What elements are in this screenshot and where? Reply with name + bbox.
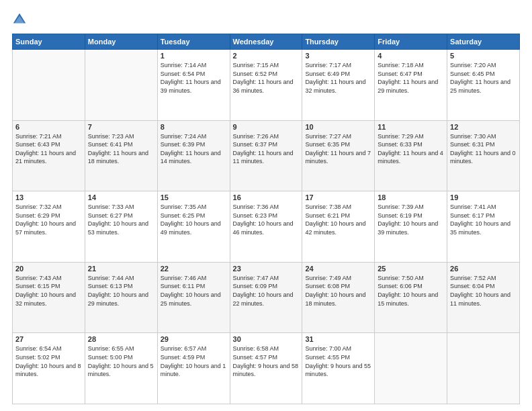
day-number: 16 bbox=[233, 193, 300, 201]
week-row-2: 6Sunrise: 7:21 AM Sunset: 6:43 PM Daylig… bbox=[13, 120, 520, 191]
day-number: 24 bbox=[305, 265, 371, 273]
calendar-cell: 2Sunrise: 7:15 AM Sunset: 6:52 PM Daylig… bbox=[230, 50, 302, 121]
day-number: 11 bbox=[378, 123, 444, 131]
day-info: Sunrise: 7:38 AM Sunset: 6:21 PM Dayligh… bbox=[305, 203, 371, 236]
day-info: Sunrise: 7:36 AM Sunset: 6:23 PM Dayligh… bbox=[233, 203, 300, 236]
day-number: 7 bbox=[88, 123, 154, 131]
day-info: Sunrise: 7:52 AM Sunset: 6:04 PM Dayligh… bbox=[450, 274, 517, 308]
calendar-cell bbox=[85, 50, 157, 121]
day-number: 17 bbox=[305, 193, 371, 201]
day-header-wednesday: Wednesday bbox=[230, 34, 302, 50]
day-info: Sunrise: 7:32 AM Sunset: 6:29 PM Dayligh… bbox=[15, 203, 82, 236]
day-number: 10 bbox=[305, 123, 371, 131]
day-info: Sunrise: 7:35 AM Sunset: 6:25 PM Dayligh… bbox=[161, 203, 227, 236]
calendar-cell: 10Sunrise: 7:27 AM Sunset: 6:35 PM Dayli… bbox=[302, 120, 375, 191]
day-number: 22 bbox=[161, 265, 227, 273]
day-number: 1 bbox=[161, 52, 227, 60]
day-info: Sunrise: 6:54 AM Sunset: 5:02 PM Dayligh… bbox=[15, 345, 82, 378]
day-number: 23 bbox=[233, 265, 300, 273]
day-info: Sunrise: 7:44 AM Sunset: 6:13 PM Dayligh… bbox=[88, 274, 154, 308]
day-number: 12 bbox=[450, 123, 517, 131]
day-number: 27 bbox=[15, 335, 82, 343]
day-number: 29 bbox=[161, 335, 227, 343]
calendar-cell: 20Sunrise: 7:43 AM Sunset: 6:15 PM Dayli… bbox=[13, 262, 85, 333]
calendar-cell: 22Sunrise: 7:46 AM Sunset: 6:11 PM Dayli… bbox=[157, 262, 230, 333]
calendar-cell: 19Sunrise: 7:41 AM Sunset: 6:17 PM Dayli… bbox=[447, 191, 520, 263]
calendar-cell: 5Sunrise: 7:20 AM Sunset: 6:45 PM Daylig… bbox=[447, 50, 520, 121]
day-info: Sunrise: 7:39 AM Sunset: 6:19 PM Dayligh… bbox=[378, 203, 444, 236]
day-info: Sunrise: 7:49 AM Sunset: 6:08 PM Dayligh… bbox=[305, 274, 371, 308]
day-info: Sunrise: 6:58 AM Sunset: 4:57 PM Dayligh… bbox=[233, 345, 300, 378]
week-row-1: 1Sunrise: 7:14 AM Sunset: 6:54 PM Daylig… bbox=[13, 50, 520, 121]
day-info: Sunrise: 7:00 AM Sunset: 4:55 PM Dayligh… bbox=[305, 345, 371, 378]
day-info: Sunrise: 7:17 AM Sunset: 6:49 PM Dayligh… bbox=[305, 61, 371, 95]
day-number: 9 bbox=[233, 123, 300, 131]
day-number: 19 bbox=[450, 193, 517, 201]
day-info: Sunrise: 7:14 AM Sunset: 6:54 PM Dayligh… bbox=[161, 61, 227, 95]
calendar-cell: 24Sunrise: 7:49 AM Sunset: 6:08 PM Dayli… bbox=[302, 262, 375, 333]
week-row-3: 13Sunrise: 7:32 AM Sunset: 6:29 PM Dayli… bbox=[13, 191, 520, 263]
day-info: Sunrise: 7:20 AM Sunset: 6:45 PM Dayligh… bbox=[450, 61, 517, 95]
day-info: Sunrise: 7:26 AM Sunset: 6:37 PM Dayligh… bbox=[233, 132, 300, 166]
calendar-cell: 28Sunrise: 6:55 AM Sunset: 5:00 PM Dayli… bbox=[85, 333, 157, 404]
day-info: Sunrise: 7:29 AM Sunset: 6:33 PM Dayligh… bbox=[378, 132, 444, 166]
week-row-4: 20Sunrise: 7:43 AM Sunset: 6:15 PM Dayli… bbox=[13, 262, 520, 333]
day-number: 8 bbox=[161, 123, 227, 131]
header bbox=[12, 12, 520, 27]
day-info: Sunrise: 7:47 AM Sunset: 6:09 PM Dayligh… bbox=[233, 274, 300, 308]
day-number: 26 bbox=[450, 265, 517, 273]
week-row-5: 27Sunrise: 6:54 AM Sunset: 5:02 PM Dayli… bbox=[13, 333, 520, 404]
calendar-cell: 6Sunrise: 7:21 AM Sunset: 6:43 PM Daylig… bbox=[13, 120, 85, 191]
calendar-cell: 23Sunrise: 7:47 AM Sunset: 6:09 PM Dayli… bbox=[230, 262, 302, 333]
day-number: 18 bbox=[378, 193, 444, 201]
day-number: 30 bbox=[233, 335, 300, 343]
day-number: 13 bbox=[15, 193, 82, 201]
calendar-table: SundayMondayTuesdayWednesdayThursdayFrid… bbox=[12, 34, 520, 404]
day-info: Sunrise: 7:15 AM Sunset: 6:52 PM Dayligh… bbox=[233, 61, 300, 95]
day-number: 6 bbox=[15, 123, 82, 131]
day-info: Sunrise: 7:27 AM Sunset: 6:35 PM Dayligh… bbox=[305, 132, 371, 166]
calendar-cell: 14Sunrise: 7:33 AM Sunset: 6:27 PM Dayli… bbox=[85, 191, 157, 263]
calendar-cell: 17Sunrise: 7:38 AM Sunset: 6:21 PM Dayli… bbox=[302, 191, 375, 263]
day-info: Sunrise: 7:21 AM Sunset: 6:43 PM Dayligh… bbox=[15, 132, 82, 166]
calendar-cell: 1Sunrise: 7:14 AM Sunset: 6:54 PM Daylig… bbox=[157, 50, 230, 121]
logo bbox=[12, 12, 30, 27]
day-number: 28 bbox=[88, 335, 154, 343]
day-info: Sunrise: 7:46 AM Sunset: 6:11 PM Dayligh… bbox=[161, 274, 227, 308]
day-info: Sunrise: 7:18 AM Sunset: 6:47 PM Dayligh… bbox=[378, 61, 444, 95]
page: SundayMondayTuesdayWednesdayThursdayFrid… bbox=[0, 0, 532, 411]
day-header-saturday: Saturday bbox=[447, 34, 520, 50]
day-number: 2 bbox=[233, 52, 300, 60]
calendar-cell: 15Sunrise: 7:35 AM Sunset: 6:25 PM Dayli… bbox=[157, 191, 230, 263]
calendar-cell bbox=[375, 333, 447, 404]
day-number: 4 bbox=[378, 52, 444, 60]
calendar-cell: 21Sunrise: 7:44 AM Sunset: 6:13 PM Dayli… bbox=[85, 262, 157, 333]
day-info: Sunrise: 7:41 AM Sunset: 6:17 PM Dayligh… bbox=[450, 203, 517, 236]
day-header-thursday: Thursday bbox=[302, 34, 375, 50]
day-info: Sunrise: 6:55 AM Sunset: 5:00 PM Dayligh… bbox=[88, 345, 154, 378]
day-number: 5 bbox=[450, 52, 517, 60]
day-number: 14 bbox=[88, 193, 154, 201]
calendar-cell bbox=[447, 333, 520, 404]
day-number: 21 bbox=[88, 265, 154, 273]
day-info: Sunrise: 7:23 AM Sunset: 6:41 PM Dayligh… bbox=[88, 132, 154, 166]
day-header-friday: Friday bbox=[375, 34, 447, 50]
calendar-cell: 30Sunrise: 6:58 AM Sunset: 4:57 PM Dayli… bbox=[230, 333, 302, 404]
calendar-cell: 4Sunrise: 7:18 AM Sunset: 6:47 PM Daylig… bbox=[375, 50, 447, 121]
calendar-cell bbox=[13, 50, 85, 121]
day-info: Sunrise: 6:57 AM Sunset: 4:59 PM Dayligh… bbox=[161, 345, 227, 378]
calendar-cell: 18Sunrise: 7:39 AM Sunset: 6:19 PM Dayli… bbox=[375, 191, 447, 263]
calendar-cell: 7Sunrise: 7:23 AM Sunset: 6:41 PM Daylig… bbox=[85, 120, 157, 191]
calendar-cell: 3Sunrise: 7:17 AM Sunset: 6:49 PM Daylig… bbox=[302, 50, 375, 121]
calendar-cell: 13Sunrise: 7:32 AM Sunset: 6:29 PM Dayli… bbox=[13, 191, 85, 263]
calendar-cell: 12Sunrise: 7:30 AM Sunset: 6:31 PM Dayli… bbox=[447, 120, 520, 191]
day-number: 20 bbox=[15, 265, 82, 273]
day-info: Sunrise: 7:33 AM Sunset: 6:27 PM Dayligh… bbox=[88, 203, 154, 236]
calendar-cell: 29Sunrise: 6:57 AM Sunset: 4:59 PM Dayli… bbox=[157, 333, 230, 404]
calendar-cell: 11Sunrise: 7:29 AM Sunset: 6:33 PM Dayli… bbox=[375, 120, 447, 191]
calendar-cell: 16Sunrise: 7:36 AM Sunset: 6:23 PM Dayli… bbox=[230, 191, 302, 263]
day-info: Sunrise: 7:24 AM Sunset: 6:39 PM Dayligh… bbox=[161, 132, 227, 166]
calendar-cell: 26Sunrise: 7:52 AM Sunset: 6:04 PM Dayli… bbox=[447, 262, 520, 333]
day-header-monday: Monday bbox=[85, 34, 157, 50]
calendar-cell: 25Sunrise: 7:50 AM Sunset: 6:06 PM Dayli… bbox=[375, 262, 447, 333]
